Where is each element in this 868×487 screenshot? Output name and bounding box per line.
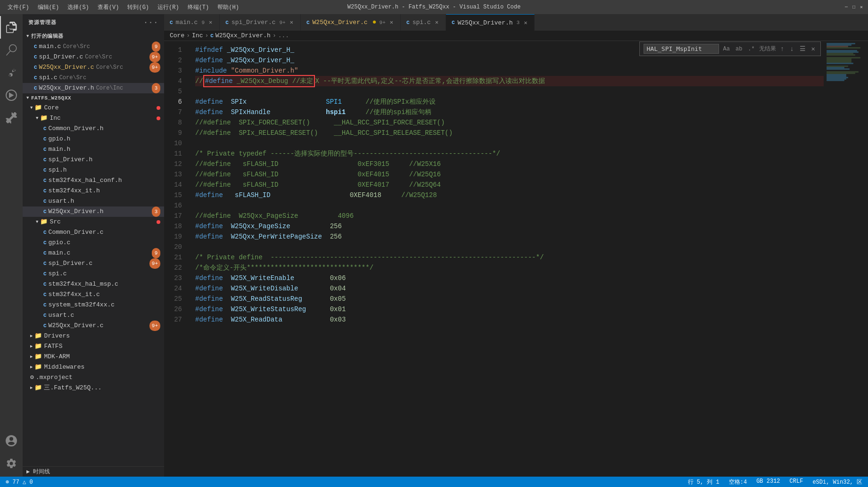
find-option-ab[interactable]: ab — [734, 45, 744, 53]
tree-folder-core[interactable]: ▼ 📁 Core — [23, 103, 164, 113]
line-num: 3 — [164, 66, 182, 76]
title-bar: 文件(F) 编辑(E) 选择(S) 查看(V) 转到(G) 运行(R) 终端(T… — [0, 0, 868, 14]
open-file-main-c[interactable]: C main.c Core\Src 9 — [23, 41, 164, 52]
tab-close-button[interactable]: ✕ — [289, 18, 295, 26]
tree-file[interactable]: Cspi.h — [23, 165, 164, 175]
activity-settings[interactable] — [0, 452, 23, 475]
breadcrumb: Core › Inc › C W25Qxx_Driver.h › ... — [164, 31, 868, 41]
line-ending[interactable]: CRLF — [788, 478, 805, 486]
menu-goto[interactable]: 转到(G) — [124, 2, 153, 12]
activity-source-control[interactable] — [0, 61, 23, 84]
menu-run[interactable]: 运行(R) — [154, 2, 183, 12]
find-option-aa[interactable]: Aa — [722, 45, 731, 53]
tab-main-c[interactable]: C main.c 9 ✕ — [164, 14, 220, 31]
comment: /* Private typedef ------选择实际使用的型号------… — [195, 149, 500, 159]
sidebar-header: 资源管理器 ··· — [23, 14, 164, 31]
find-toggle-replace[interactable]: ☰ — [798, 44, 807, 53]
tree-folder-src[interactable]: ▼ 📁 Src — [23, 217, 164, 227]
close-button[interactable]: ✕ — [859, 4, 864, 10]
activity-explorer[interactable] — [0, 16, 23, 39]
find-prev-button[interactable]: ↑ — [779, 45, 785, 53]
encoding[interactable]: GB 2312 — [754, 478, 782, 486]
activity-account[interactable] — [0, 429, 23, 452]
c-file-icon: C — [43, 227, 47, 238]
breadcrumb-file[interactable]: W25Qxx_Driver.h — [215, 32, 271, 39]
change-badge: 9 — [152, 248, 160, 258]
sidebar-more-icon[interactable]: ··· — [143, 18, 158, 27]
open-file-w25driver-c[interactable]: C W25Qxx_Driver.c Core\Src 9+ — [23, 62, 164, 73]
tree-file[interactable]: Cspi_Driver.c9+ — [23, 258, 164, 269]
tab-w25driver-c[interactable]: C W25Qxx_Driver.c ● 9+ ✕ — [301, 14, 401, 31]
tab-spi-c[interactable]: C spi.c ✕ — [401, 14, 446, 31]
indent-spaces[interactable]: 空格:4 — [727, 478, 749, 486]
tab-close-button[interactable]: ✕ — [522, 19, 529, 27]
open-editors-section[interactable]: ▼ 打开的编辑器 — [23, 31, 164, 41]
find-close-button[interactable]: ✕ — [810, 44, 817, 53]
find-input[interactable] — [644, 44, 719, 54]
activity-search[interactable] — [0, 39, 23, 61]
find-next-button[interactable]: ↓ — [788, 45, 795, 53]
tree-folder-mdk[interactable]: ▶ 📁 MDK-ARM — [23, 352, 164, 362]
tree-file-mxproject[interactable]: ⚙.mxproject — [23, 372, 164, 383]
minimize-button[interactable]: ─ — [843, 4, 849, 10]
tab-label: spi_Driver.c — [231, 19, 276, 26]
tree-folder-middlewares[interactable]: ▶ 📁 Middlewares — [23, 362, 164, 372]
tree-file[interactable]: Cspi.c — [23, 269, 164, 279]
tree-file[interactable]: Csystem_stm32f4xx.c — [23, 300, 164, 310]
tree-file[interactable]: Cmain.h — [23, 144, 164, 155]
tab-spi-driver-c[interactable]: C spi_Driver.c 9+ ✕ — [220, 14, 301, 31]
tree-file[interactable]: Cgpio.c — [23, 238, 164, 248]
breadcrumb-more[interactable]: ... — [278, 32, 289, 39]
breadcrumb-inc[interactable]: Inc — [192, 32, 203, 39]
tree-folder-fatfs[interactable]: ▶ 📁 FATFS — [23, 341, 164, 352]
number: 0XEF4018 — [350, 190, 381, 200]
menu-file[interactable]: 文件(F) — [4, 2, 33, 12]
project-section[interactable]: ▼ FATFS_W25QXX — [23, 93, 164, 103]
menu-terminal[interactable]: 终端(T) — [184, 2, 213, 12]
tab-w25driver-h[interactable]: C W25Qxx_Driver.h 3 ✕ — [446, 14, 535, 31]
tree-file[interactable]: CCommon_Driver.h — [23, 124, 164, 134]
tree-file[interactable]: CCommon_Driver.c — [23, 227, 164, 238]
activity-extensions[interactable] — [0, 107, 23, 129]
tree-file[interactable]: CW25Qxx_Driver.c9+ — [23, 321, 164, 331]
cursor-position[interactable]: 行 5, 列 1 — [686, 478, 721, 486]
tree-file[interactable]: Cstm32f4xx_it.c — [23, 289, 164, 300]
menu-select[interactable]: 选择(S) — [64, 2, 93, 12]
keyword: #define — [195, 55, 223, 66]
tree-file[interactable]: Cusart.c — [23, 310, 164, 321]
line-num: 19 — [164, 231, 182, 242]
tree-folder-drivers[interactable]: ▶ 📁 Drivers — [23, 331, 164, 341]
activity-run[interactable] — [0, 84, 23, 107]
find-option-regex[interactable]: .* — [746, 45, 756, 53]
code-area[interactable]: #ifndef _W25Qxx_Driver_H_ #define _W25Qx… — [188, 41, 824, 477]
window-controls[interactable]: ─ □ ✕ — [843, 4, 864, 10]
project-label: FATFS_W25QXX — [31, 95, 71, 101]
tree-folder-fatfs-w25[interactable]: ▶ 📁 三.Fatfs_W25Q... — [23, 383, 164, 393]
menu-view[interactable]: 查看(V) — [94, 2, 123, 12]
menu-edit[interactable]: 编辑(E) — [34, 2, 63, 12]
open-file-spi-driver[interactable]: C spi_Driver.c Core\Src 9+ — [23, 52, 164, 62]
tree-file[interactable]: Cmain.c9 — [23, 248, 164, 258]
error-count[interactable]: ⊗ 77 △ 0 — [4, 479, 35, 486]
tree-file[interactable]: Cusart.h — [23, 196, 164, 206]
tree-file[interactable]: Cgpio.h — [23, 134, 164, 144]
open-file-spi-c[interactable]: C spi.c Core\Src — [23, 73, 164, 83]
timeline-section[interactable]: ▶ 时间线 — [26, 468, 50, 476]
menu-help[interactable]: 帮助(H) — [214, 2, 243, 12]
tree-file[interactable]: Cstm32f4xx_hal_conf.h — [23, 175, 164, 186]
tree-file[interactable]: Cstm32f4xx_it.h — [23, 186, 164, 196]
open-file-name: spi.c — [39, 73, 58, 83]
tree-folder-inc[interactable]: ▼ 📁 Inc — [23, 113, 164, 124]
tab-close-button[interactable]: ✕ — [434, 18, 440, 26]
line-num: 7 — [164, 107, 182, 117]
tree-file[interactable]: Cstm32f4xx_hal_msp.c — [23, 279, 164, 289]
tab-close-button[interactable]: ✕ — [389, 18, 395, 26]
tab-close-button[interactable]: ✕ — [207, 18, 214, 26]
language-mode[interactable]: eSDi, Win32, 区 — [810, 478, 864, 486]
tree-file[interactable]: Cspi_Driver.h — [23, 155, 164, 165]
tree-file-active[interactable]: CW25Qxx_Driver.h3 — [23, 206, 164, 217]
breadcrumb-core[interactable]: Core — [170, 32, 184, 39]
open-file-w25driver-h[interactable]: C W25Qxx_Driver.h Core\Inc 3 — [23, 83, 164, 93]
maximize-button[interactable]: □ — [851, 4, 857, 10]
menu-bar[interactable]: 文件(F) 编辑(E) 选择(S) 查看(V) 转到(G) 运行(R) 终端(T… — [4, 2, 243, 12]
